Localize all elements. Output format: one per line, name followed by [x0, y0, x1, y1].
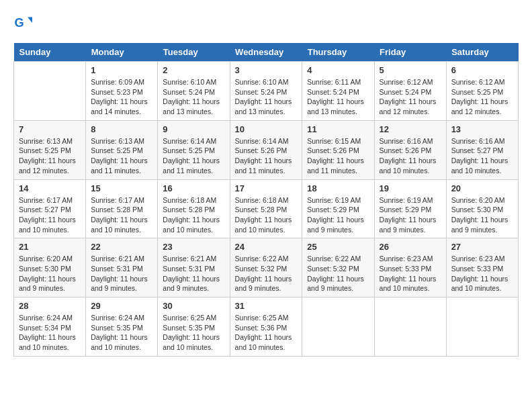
- sun-info: Sunrise: 6:17 AMSunset: 5:27 PMDaylight:…: [19, 195, 81, 235]
- header-tuesday: Tuesday: [158, 43, 230, 62]
- sun-info: Sunrise: 6:17 AMSunset: 5:28 PMDaylight:…: [91, 195, 152, 235]
- sun-info: Sunrise: 6:12 AMSunset: 5:24 PMDaylight:…: [380, 77, 441, 117]
- calendar-cell: 27Sunrise: 6:23 AMSunset: 5:33 PMDayligh…: [446, 238, 518, 298]
- svg-text:G: G: [14, 16, 24, 30]
- calendar-cell: 15Sunrise: 6:17 AMSunset: 5:28 PMDayligh…: [86, 179, 158, 238]
- sun-info: Sunrise: 6:12 AMSunset: 5:25 PMDaylight:…: [451, 77, 513, 117]
- sun-info: Sunrise: 6:22 AMSunset: 5:32 PMDaylight:…: [235, 254, 298, 293]
- calendar-cell: 31Sunrise: 6:25 AMSunset: 5:36 PMDayligh…: [230, 298, 302, 357]
- sun-info: Sunrise: 6:11 AMSunset: 5:24 PMDaylight:…: [307, 77, 369, 117]
- calendar-cell: 24Sunrise: 6:22 AMSunset: 5:32 PMDayligh…: [230, 238, 302, 298]
- calendar-cell: 23Sunrise: 6:21 AMSunset: 5:31 PMDayligh…: [158, 238, 230, 298]
- calendar-cell: 21Sunrise: 6:20 AMSunset: 5:30 PMDayligh…: [14, 238, 86, 298]
- sun-info: Sunrise: 6:20 AMSunset: 5:30 PMDaylight:…: [19, 254, 81, 293]
- calendar-cell: 25Sunrise: 6:22 AMSunset: 5:32 PMDayligh…: [302, 238, 374, 298]
- date-number: 23: [163, 242, 224, 252]
- date-number: 20: [451, 183, 513, 193]
- calendar-cell: 26Sunrise: 6:23 AMSunset: 5:33 PMDayligh…: [374, 238, 446, 298]
- sun-info: Sunrise: 6:21 AMSunset: 5:31 PMDaylight:…: [91, 254, 152, 293]
- date-number: 27: [451, 242, 513, 252]
- date-number: 18: [307, 183, 369, 193]
- date-number: 25: [307, 242, 369, 252]
- date-number: 11: [307, 124, 369, 134]
- date-number: 10: [235, 124, 298, 134]
- calendar-cell: 9Sunrise: 6:14 AMSunset: 5:25 PMDaylight…: [158, 120, 230, 179]
- header-wednesday: Wednesday: [230, 43, 302, 62]
- calendar-cell: [374, 298, 446, 357]
- calendar-cell: 4Sunrise: 6:11 AMSunset: 5:24 PMDaylight…: [302, 62, 374, 121]
- sun-info: Sunrise: 6:20 AMSunset: 5:30 PMDaylight:…: [451, 195, 513, 235]
- calendar-cell: 10Sunrise: 6:14 AMSunset: 5:26 PMDayligh…: [230, 120, 302, 179]
- date-number: 31: [235, 301, 298, 311]
- calendar-cell: 12Sunrise: 6:16 AMSunset: 5:26 PMDayligh…: [374, 120, 446, 179]
- header-friday: Friday: [374, 43, 446, 62]
- header-saturday: Saturday: [446, 43, 518, 62]
- calendar-cell: 8Sunrise: 6:13 AMSunset: 5:25 PMDaylight…: [86, 120, 158, 179]
- header-monday: Monday: [86, 43, 158, 62]
- calendar-cell: 18Sunrise: 6:19 AMSunset: 5:29 PMDayligh…: [302, 179, 374, 238]
- sun-info: Sunrise: 6:13 AMSunset: 5:25 PMDaylight:…: [91, 136, 152, 176]
- sun-info: Sunrise: 6:25 AMSunset: 5:35 PMDaylight:…: [163, 313, 224, 353]
- date-number: 7: [19, 124, 81, 134]
- calendar-cell: 1Sunrise: 6:09 AMSunset: 5:23 PMDaylight…: [86, 62, 158, 121]
- sun-info: Sunrise: 6:24 AMSunset: 5:34 PMDaylight:…: [19, 313, 81, 353]
- week-row-2: 14Sunrise: 6:17 AMSunset: 5:27 PMDayligh…: [14, 179, 519, 238]
- svg-marker-1: [28, 17, 32, 23]
- date-number: 29: [91, 301, 152, 311]
- sun-info: Sunrise: 6:19 AMSunset: 5:29 PMDaylight:…: [307, 195, 369, 235]
- calendar-cell: 22Sunrise: 6:21 AMSunset: 5:31 PMDayligh…: [86, 238, 158, 298]
- sun-info: Sunrise: 6:15 AMSunset: 5:26 PMDaylight:…: [307, 136, 369, 176]
- sun-info: Sunrise: 6:09 AMSunset: 5:23 PMDaylight:…: [91, 77, 152, 117]
- logo-icon: G: [13, 13, 32, 32]
- date-number: 14: [19, 183, 81, 193]
- date-number: 24: [235, 242, 298, 252]
- header-sunday: Sunday: [14, 43, 86, 62]
- date-number: 9: [163, 124, 224, 134]
- calendar-cell: 3Sunrise: 6:10 AMSunset: 5:24 PMDaylight…: [230, 62, 302, 121]
- calendar-table: SundayMondayTuesdayWednesdayThursdayFrid…: [13, 43, 519, 357]
- calendar-cell: 6Sunrise: 6:12 AMSunset: 5:25 PMDaylight…: [446, 62, 518, 121]
- calendar-cell: 29Sunrise: 6:24 AMSunset: 5:35 PMDayligh…: [86, 298, 158, 357]
- date-number: 28: [19, 301, 81, 311]
- calendar-header-row: SundayMondayTuesdayWednesdayThursdayFrid…: [14, 43, 519, 62]
- calendar-cell: [446, 298, 518, 357]
- sun-info: Sunrise: 6:14 AMSunset: 5:26 PMDaylight:…: [235, 136, 298, 176]
- date-number: 26: [380, 242, 441, 252]
- sun-info: Sunrise: 6:22 AMSunset: 5:32 PMDaylight:…: [307, 254, 369, 293]
- calendar-cell: [302, 298, 374, 357]
- calendar-cell: 11Sunrise: 6:15 AMSunset: 5:26 PMDayligh…: [302, 120, 374, 179]
- week-row-0: 1Sunrise: 6:09 AMSunset: 5:23 PMDaylight…: [14, 62, 519, 121]
- sun-info: Sunrise: 6:10 AMSunset: 5:24 PMDaylight:…: [235, 77, 298, 117]
- date-number: 8: [91, 124, 152, 134]
- date-number: 21: [19, 242, 81, 252]
- sun-info: Sunrise: 6:25 AMSunset: 5:36 PMDaylight:…: [235, 313, 298, 353]
- header-thursday: Thursday: [302, 43, 374, 62]
- sun-info: Sunrise: 6:23 AMSunset: 5:33 PMDaylight:…: [380, 254, 441, 293]
- date-number: 30: [163, 301, 224, 311]
- week-row-4: 28Sunrise: 6:24 AMSunset: 5:34 PMDayligh…: [14, 298, 519, 357]
- calendar-cell: 14Sunrise: 6:17 AMSunset: 5:27 PMDayligh…: [14, 179, 86, 238]
- week-row-1: 7Sunrise: 6:13 AMSunset: 5:25 PMDaylight…: [14, 120, 519, 179]
- date-number: 16: [163, 183, 224, 193]
- sun-info: Sunrise: 6:21 AMSunset: 5:31 PMDaylight:…: [163, 254, 224, 293]
- calendar-cell: 30Sunrise: 6:25 AMSunset: 5:35 PMDayligh…: [158, 298, 230, 357]
- date-number: 3: [235, 65, 298, 75]
- calendar-cell: 28Sunrise: 6:24 AMSunset: 5:34 PMDayligh…: [14, 298, 86, 357]
- date-number: 13: [451, 124, 513, 134]
- logo: G: [13, 13, 35, 32]
- sun-info: Sunrise: 6:16 AMSunset: 5:26 PMDaylight:…: [380, 136, 441, 176]
- sun-info: Sunrise: 6:23 AMSunset: 5:33 PMDaylight:…: [451, 254, 513, 293]
- sun-info: Sunrise: 6:10 AMSunset: 5:24 PMDaylight:…: [163, 77, 224, 117]
- week-row-3: 21Sunrise: 6:20 AMSunset: 5:30 PMDayligh…: [14, 238, 519, 298]
- calendar-cell: 5Sunrise: 6:12 AMSunset: 5:24 PMDaylight…: [374, 62, 446, 121]
- calendar-cell: [14, 62, 86, 121]
- date-number: 22: [91, 242, 152, 252]
- sun-info: Sunrise: 6:16 AMSunset: 5:27 PMDaylight:…: [451, 136, 513, 176]
- sun-info: Sunrise: 6:13 AMSunset: 5:25 PMDaylight:…: [19, 136, 81, 176]
- page-header: G: [13, 13, 519, 32]
- calendar-cell: 17Sunrise: 6:18 AMSunset: 5:28 PMDayligh…: [230, 179, 302, 238]
- date-number: 12: [380, 124, 441, 134]
- date-number: 15: [91, 183, 152, 193]
- calendar-cell: 13Sunrise: 6:16 AMSunset: 5:27 PMDayligh…: [446, 120, 518, 179]
- date-number: 1: [91, 65, 152, 75]
